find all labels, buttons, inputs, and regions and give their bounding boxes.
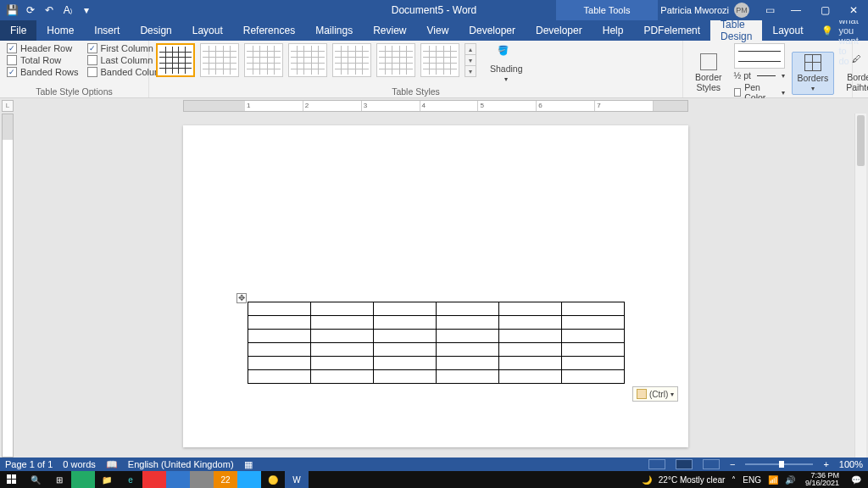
group-label-table-styles: Table Styles: [156, 86, 676, 97]
word-taskbar-icon[interactable]: W: [285, 471, 309, 488]
tab-selector[interactable]: L: [2, 100, 14, 112]
sync-icon[interactable]: ⟳: [24, 3, 37, 17]
tab-table-layout[interactable]: Layout: [762, 20, 813, 41]
taskbar-app[interactable]: 22: [214, 471, 237, 488]
search-icon[interactable]: 🔍: [24, 471, 47, 488]
qat-more-icon[interactable]: ▾: [80, 3, 93, 17]
file-explorer-icon[interactable]: 📁: [95, 471, 119, 488]
taskbar-app[interactable]: [71, 471, 95, 488]
tab-developer-2[interactable]: Developer: [526, 20, 593, 41]
macro-icon[interactable]: ▦: [244, 459, 253, 470]
chk-header-row[interactable]: ✓Header Row: [7, 43, 79, 53]
style-thumb-1[interactable]: [156, 43, 195, 77]
border-styles-button[interactable]: Border Styles: [690, 52, 727, 94]
tab-file[interactable]: File: [0, 20, 36, 41]
tab-references[interactable]: References: [233, 20, 305, 41]
view-web-layout[interactable]: [703, 459, 720, 469]
chrome-icon[interactable]: 🟡: [261, 471, 285, 488]
tray-lang[interactable]: ENG: [743, 475, 761, 485]
collapse-ribbon-icon[interactable]: ˄: [853, 41, 868, 97]
wifi-icon[interactable]: 📶: [768, 475, 778, 485]
ribbon: ✓Header Row Total Row ✓Banded Rows ✓Firs…: [0, 41, 868, 98]
style-thumb-2[interactable]: [200, 43, 239, 77]
status-page[interactable]: Page 1 of 1: [5, 459, 53, 469]
style-thumb-4[interactable]: [288, 43, 327, 77]
style-thumb-5[interactable]: [332, 43, 371, 77]
tab-view[interactable]: View: [417, 20, 459, 41]
undo-icon[interactable]: ↶: [42, 3, 56, 17]
vertical-scrollbar[interactable]: [854, 114, 866, 458]
zoom-slider[interactable]: [745, 463, 813, 465]
style-thumb-6[interactable]: [376, 43, 415, 77]
vertical-ruler[interactable]: [2, 114, 14, 458]
document-table[interactable]: [248, 302, 625, 384]
tab-mailings[interactable]: Mailings: [305, 20, 363, 41]
volume-icon[interactable]: 🔊: [785, 475, 795, 485]
workspace: ✥ (Ctrl) ▾: [0, 114, 868, 458]
window-controls: ▭ — ▢ ✕: [758, 0, 868, 20]
svg-rect-2: [7, 480, 11, 484]
paste-options-button[interactable]: (Ctrl) ▾: [632, 386, 678, 402]
zoom-level[interactable]: 100%: [839, 459, 863, 469]
svg-rect-3: [12, 480, 16, 484]
tab-pdfelement[interactable]: PDFelement: [633, 20, 710, 41]
taskbar-app[interactable]: [190, 471, 214, 488]
maximize-icon[interactable]: ▢: [810, 0, 839, 20]
style-thumb-7[interactable]: [420, 43, 459, 77]
view-read-mode[interactable]: [648, 459, 665, 469]
weather-icon: 🌙: [642, 475, 652, 485]
chk-banded-rows[interactable]: ✓Banded Rows: [7, 67, 79, 77]
table-row: [248, 357, 625, 370]
clock[interactable]: 7:36 PM 9/16/2021: [800, 472, 844, 487]
minimize-icon[interactable]: —: [782, 0, 810, 20]
font-style-icon[interactable]: A): [61, 3, 75, 17]
taskbar-app[interactable]: [166, 471, 190, 488]
notifications-icon[interactable]: 💬: [844, 471, 868, 488]
border-styles-icon: [700, 53, 717, 70]
zoom-out-icon[interactable]: −: [730, 459, 735, 469]
style-thumb-3[interactable]: [244, 43, 283, 77]
borders-button[interactable]: Borders ▾: [792, 52, 835, 95]
user-account[interactable]: Patricia Mworozi PM: [660, 3, 749, 18]
spellcheck-icon[interactable]: 📖: [106, 459, 118, 470]
tab-insert[interactable]: Insert: [84, 20, 130, 41]
borders-icon: [804, 54, 821, 71]
tray-chevron-icon[interactable]: ˄: [732, 475, 736, 485]
tab-help[interactable]: Help: [593, 20, 634, 41]
quick-access-toolbar: 💾 ⟳ ↶ A) ▾: [0, 3, 93, 17]
tab-layout[interactable]: Layout: [182, 20, 233, 41]
tab-table-design[interactable]: Table Design: [710, 20, 762, 41]
status-language[interactable]: English (United Kingdom): [128, 459, 234, 469]
task-view-icon[interactable]: ⊞: [47, 471, 71, 488]
tab-developer[interactable]: Developer: [459, 20, 526, 41]
styles-gallery-more[interactable]: ▴▾▾: [465, 43, 476, 77]
taskbar-app[interactable]: [142, 471, 166, 488]
edge-icon[interactable]: e: [119, 471, 142, 488]
chk-total-row[interactable]: Total Row: [7, 55, 79, 65]
table-move-handle[interactable]: ✥: [236, 293, 247, 303]
horizontal-ruler[interactable]: 1 2 3 4 5 6 7: [183, 100, 688, 112]
shading-button[interactable]: 🪣 Shading ▾: [485, 43, 528, 85]
tell-me-search[interactable]: 💡Tell me what you want to do: [813, 20, 866, 41]
save-icon[interactable]: 💾: [5, 3, 19, 17]
close-icon[interactable]: ✕: [839, 0, 868, 20]
table-styles-gallery[interactable]: ▴▾▾: [156, 43, 476, 77]
tab-review[interactable]: Review: [363, 20, 416, 41]
taskbar-app[interactable]: [237, 471, 261, 488]
tab-design[interactable]: Design: [130, 20, 181, 41]
status-words[interactable]: 0 words: [63, 459, 96, 469]
group-label-tso: Table Style Options: [7, 86, 142, 97]
view-print-layout[interactable]: [676, 459, 693, 469]
document-page[interactable]: [183, 125, 688, 447]
system-tray[interactable]: 🌙 22°C Mostly clear ˄ ENG 📶 🔊: [637, 475, 800, 485]
svg-rect-1: [12, 474, 16, 479]
zoom-in-icon[interactable]: +: [823, 459, 828, 469]
tab-home[interactable]: Home: [36, 20, 84, 41]
scrollbar-thumb[interactable]: [857, 115, 865, 166]
group-table-styles: ▴▾▾ 🪣 Shading ▾ Table Styles: [149, 41, 683, 97]
ribbon-display-icon[interactable]: ▭: [758, 0, 782, 20]
pen-weight-dropdown[interactable]: ½ pt▾: [734, 70, 785, 80]
table-row: [248, 343, 625, 357]
line-style-dropdown[interactable]: [734, 43, 785, 69]
start-button[interactable]: [0, 471, 24, 488]
